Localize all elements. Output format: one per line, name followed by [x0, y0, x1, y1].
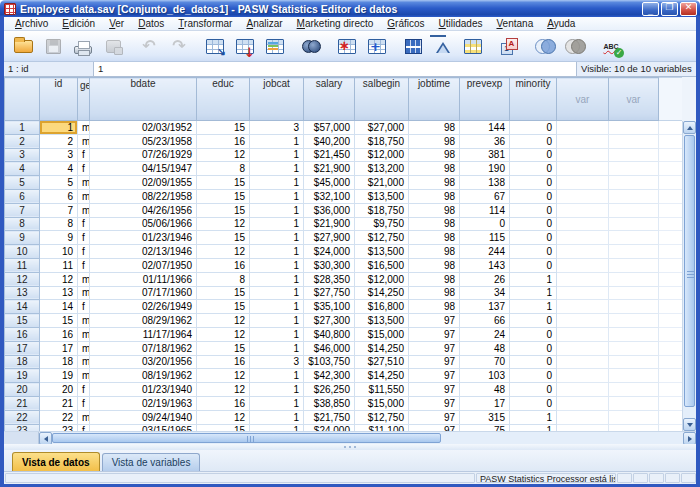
cell-var1-row19[interactable]: [557, 369, 609, 383]
weight-cases-button[interactable]: [429, 33, 457, 60]
show-all-variables-button[interactable]: [561, 33, 589, 60]
cell-educ-row16[interactable]: 12: [197, 327, 250, 341]
cell-minority-row1[interactable]: 0: [510, 121, 557, 135]
column-header-var1[interactable]: var: [557, 78, 609, 121]
cell-prevexp-row11[interactable]: 143: [460, 258, 510, 272]
cell-gender-row17[interactable]: m: [78, 341, 90, 355]
cell-var2-row22[interactable]: [609, 410, 659, 424]
cell-minority-row7[interactable]: 0: [510, 203, 557, 217]
cell-minority-row13[interactable]: 1: [510, 286, 557, 300]
cell-prevexp-row6[interactable]: 67: [460, 189, 510, 203]
cell-prevexp-row13[interactable]: 34: [460, 286, 510, 300]
cell-gender-row1[interactable]: m: [78, 121, 90, 135]
variables-button[interactable]: [261, 33, 289, 60]
cell-prevexp-row16[interactable]: 24: [460, 327, 510, 341]
cell-educ-row23[interactable]: 15: [197, 424, 250, 431]
cell-salbegin-row21[interactable]: $15,000: [355, 396, 409, 410]
redo-button[interactable]: ↷: [165, 33, 193, 60]
cell-educ-row9[interactable]: 15: [197, 231, 250, 245]
cell-jobcat-row3[interactable]: 1: [250, 148, 304, 162]
cell-educ-row1[interactable]: 15: [197, 121, 250, 135]
cell-educ-row4[interactable]: 8: [197, 162, 250, 176]
cell-educ-row15[interactable]: 12: [197, 314, 250, 328]
maximize-button[interactable]: ❐: [661, 2, 678, 16]
cell-salbegin-row5[interactable]: $21,000: [355, 176, 409, 190]
tab-vista-de-variables[interactable]: Vista de variables: [102, 453, 201, 471]
cell-salary-row14[interactable]: $35,100: [304, 300, 355, 314]
cell-jobcat-row5[interactable]: 1: [250, 176, 304, 190]
column-header-var2[interactable]: var: [609, 78, 659, 121]
find-button[interactable]: [297, 33, 325, 60]
cell-var1-row13[interactable]: [557, 286, 609, 300]
cell-bdate-row11[interactable]: 02/07/1950: [90, 258, 197, 272]
cell-id-row15[interactable]: 15: [40, 314, 78, 328]
cell-var1-row21[interactable]: [557, 396, 609, 410]
row-header-15[interactable]: 15: [5, 314, 40, 328]
row-header-23[interactable]: 23: [5, 424, 40, 431]
cell-salbegin-row16[interactable]: $15,000: [355, 327, 409, 341]
cell-educ-row3[interactable]: 12: [197, 148, 250, 162]
cell-jobtime-row13[interactable]: 98: [409, 286, 460, 300]
cell-salary-row13[interactable]: $27,750: [304, 286, 355, 300]
cell-prevexp-row8[interactable]: 0: [460, 217, 510, 231]
cell-educ-row2[interactable]: 16: [197, 134, 250, 148]
cell-jobcat-row20[interactable]: 1: [250, 383, 304, 397]
cell-var2-row7[interactable]: [609, 203, 659, 217]
cell-gender-row2[interactable]: m: [78, 134, 90, 148]
row-header-3[interactable]: 3: [5, 148, 40, 162]
cell-var1-row1[interactable]: [557, 121, 609, 135]
cell-minority-row4[interactable]: 0: [510, 162, 557, 176]
cell-var2-row17[interactable]: [609, 341, 659, 355]
row-header-9[interactable]: 9: [5, 231, 40, 245]
cell-id-row23[interactable]: 23: [40, 424, 78, 431]
cell-minority-row20[interactable]: 0: [510, 383, 557, 397]
cell-salbegin-row8[interactable]: $9,750: [355, 217, 409, 231]
cell-jobcat-row2[interactable]: 1: [250, 134, 304, 148]
cell-salbegin-row4[interactable]: $13,200: [355, 162, 409, 176]
cell-bdate-row20[interactable]: 01/23/1940: [90, 383, 197, 397]
use-variable-sets-button[interactable]: [531, 33, 559, 60]
minimize-button[interactable]: _: [642, 2, 659, 16]
cell-var2-row6[interactable]: [609, 189, 659, 203]
cell-var2-row16[interactable]: [609, 327, 659, 341]
cell-bdate-row6[interactable]: 08/22/1958: [90, 189, 197, 203]
horizontal-scroll-thumb[interactable]: [52, 433, 441, 443]
cell-salbegin-row2[interactable]: $18,750: [355, 134, 409, 148]
cell-id-row4[interactable]: 4: [40, 162, 78, 176]
cell-id-row7[interactable]: 7: [40, 203, 78, 217]
cell-jobtime-row18[interactable]: 97: [409, 355, 460, 369]
cell-jobcat-row6[interactable]: 1: [250, 189, 304, 203]
cell-jobcat-row18[interactable]: 3: [250, 355, 304, 369]
cell-salary-row9[interactable]: $27,900: [304, 231, 355, 245]
scroll-down-button[interactable]: [683, 418, 696, 431]
split-file-button[interactable]: [399, 33, 427, 60]
cell-id-row22[interactable]: 22: [40, 410, 78, 424]
cell-salary-row16[interactable]: $40,800: [304, 327, 355, 341]
column-header-prevexp[interactable]: prevexp: [460, 78, 510, 121]
row-header-2[interactable]: 2: [5, 134, 40, 148]
cell-salbegin-row19[interactable]: $14,250: [355, 369, 409, 383]
cell-id-row6[interactable]: 6: [40, 189, 78, 203]
cell-gender-row22[interactable]: m: [78, 410, 90, 424]
cell-var1-row22[interactable]: [557, 410, 609, 424]
menu-marketing-directo[interactable]: Marketing directo: [290, 18, 381, 29]
cell-var2-row8[interactable]: [609, 217, 659, 231]
cell-prevexp-row21[interactable]: 17: [460, 396, 510, 410]
cell-bdate-row8[interactable]: 05/06/1966: [90, 217, 197, 231]
cell-educ-row10[interactable]: 12: [197, 245, 250, 259]
row-header-19[interactable]: 19: [5, 369, 40, 383]
cell-var2-row4[interactable]: [609, 162, 659, 176]
cell-id-row17[interactable]: 17: [40, 341, 78, 355]
cell-jobtime-row12[interactable]: 98: [409, 272, 460, 286]
cell-minority-row11[interactable]: 0: [510, 258, 557, 272]
cell-id-row12[interactable]: 12: [40, 272, 78, 286]
cell-id-row3[interactable]: 3: [40, 148, 78, 162]
cell-editor-value[interactable]: 1: [94, 62, 576, 76]
cell-jobcat-row23[interactable]: 1: [250, 424, 304, 431]
cell-bdate-row21[interactable]: 02/19/1963: [90, 396, 197, 410]
cell-salbegin-row20[interactable]: $11,550: [355, 383, 409, 397]
cell-bdate-row15[interactable]: 08/29/1962: [90, 314, 197, 328]
cell-id-row13[interactable]: 13: [40, 286, 78, 300]
cell-salary-row12[interactable]: $28,350: [304, 272, 355, 286]
row-header-13[interactable]: 13: [5, 286, 40, 300]
